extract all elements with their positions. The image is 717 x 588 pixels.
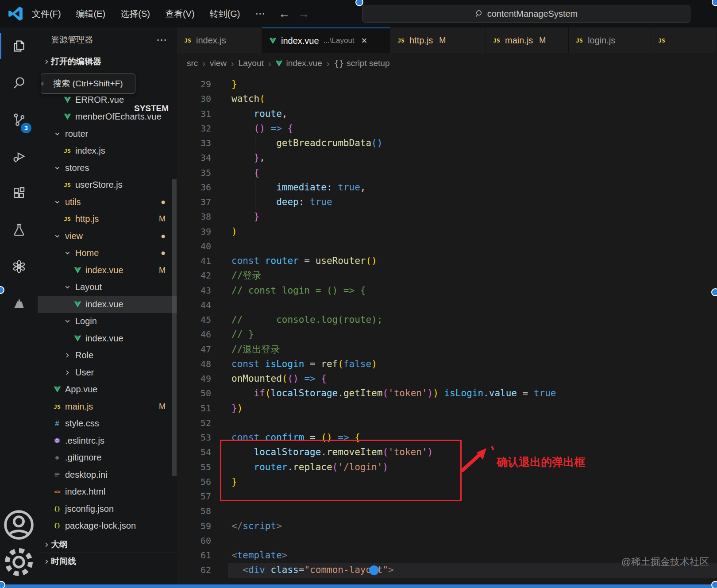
selection-handle[interactable] [711,288,717,296]
pine-extension-icon[interactable] [0,285,38,321]
tree-item-desktop-ini[interactable]: desktop.ini [38,466,177,484]
chevron-down-icon [53,129,62,138]
code-line-34[interactable]: 34 }, [177,151,717,165]
breadcrumb-item-src[interactable]: src [187,58,198,68]
tree-item-menberofecharts-vue[interactable]: menberOfEcharts.vue [38,108,177,126]
code-line-38[interactable]: 38 } [177,209,717,224]
tree-item-http-js[interactable]: JShttp.jsM [38,211,177,228]
tree-item-userstore-js[interactable]: JSuserStore.js [38,177,177,194]
openai-extension-icon[interactable] [0,248,38,285]
tree-item-home[interactable]: Home● [38,245,177,262]
code-line-36[interactable]: 36 immediate: true, [177,180,717,195]
tree-item-package-lock-json[interactable]: {}package-lock.json [38,518,177,535]
tree-item-role[interactable]: Role [38,347,177,364]
tab-index-js[interactable]: JSindex.js [177,27,262,53]
menu-item[interactable]: 编辑(E) [76,9,106,19]
code-line-40[interactable]: 40 [177,239,717,254]
breadcrumb-item-layout[interactable]: Layout [239,58,264,68]
code-line-41[interactable]: 41const router = useRouter() [177,254,717,268]
js-file-icon: JS [657,36,666,45]
tree-item-index-html[interactable]: <>index.html [38,484,177,501]
code-line-35[interactable]: 35 { [177,166,717,180]
command-center-search[interactable]: contentManageSystem [362,5,690,23]
settings-gear-icon[interactable] [0,544,38,580]
explorer-icon[interactable] [0,27,38,64]
annotation-box [220,440,462,501]
code-line-59[interactable]: 59</script> [177,519,717,534]
code-line-37[interactable]: 37 deep: true [177,195,717,209]
code-line-39[interactable]: 39) [177,224,717,239]
code-line-29[interactable]: 29} [177,77,717,92]
breadcrumb-item-index-vue[interactable]: index.vue [275,58,322,68]
tree-item-index-vue[interactable]: index.vueM [38,262,177,279]
outline-section[interactable]: 大纲 [38,536,177,553]
back-arrow-icon[interactable]: ← [274,7,294,21]
close-icon[interactable]: × [362,35,367,46]
tree-item-utils[interactable]: utils● [38,193,177,211]
html-file-icon: <> [53,487,62,496]
tree-item-jsconfig-json[interactable]: {}jsconfig.json [38,500,177,518]
tree-item-layout[interactable]: Layout [38,279,177,296]
testing-icon[interactable] [0,211,38,248]
code-line-44[interactable]: 44 [177,298,717,313]
tab-index-vue[interactable]: index.vue...\Layout× [262,27,390,53]
tree-item-stores[interactable]: stores [38,159,177,177]
tree-item-view[interactable]: view● [38,228,177,245]
tab-main-js[interactable]: JSmain.jsM [486,27,569,53]
account-icon[interactable] [0,507,38,543]
selection-handle[interactable] [711,581,717,588]
menu-item[interactable]: 文件(F) [32,9,61,19]
forward-arrow-icon[interactable]: → [294,7,313,21]
tree-item-main-js[interactable]: JSmain.jsM [38,398,177,415]
code-line-48[interactable]: 48const isLogin = ref(false) [177,357,717,371]
tree-item-index-js[interactable]: JSindex.js [38,143,177,160]
code-line-43[interactable]: 43// const login = () => { [177,283,717,298]
menu-more-icon[interactable]: ⋯ [255,8,266,19]
tree-item-router[interactable]: router [38,125,177,143]
breadcrumb-item-view[interactable]: view [210,58,227,68]
code-line-50[interactable]: 50 if(localStorage.getItem('token')) isL… [177,386,717,401]
code-line-47[interactable]: 47//退出登录 [177,342,717,357]
tab-http-js[interactable]: JShttp.jsM [390,27,486,53]
tree-item-user[interactable]: User [38,364,177,381]
code-line-49[interactable]: 49onMounted(() => { [177,371,717,386]
code-line-32[interactable]: 32 () => { [177,121,717,136]
open-editors-section[interactable]: 打开的编辑器 [38,52,177,71]
code-line-46[interactable]: 46// } [177,327,717,342]
code-line-42[interactable]: 42//登录 [177,268,717,283]
tree-item--eslintrc-js[interactable]: .eslintrc.js [38,432,177,449]
tab-label: main.js [505,35,533,46]
tab-partial[interactable]: JS [651,27,717,53]
code-line-58[interactable]: 58 [177,504,717,518]
tab-login-js[interactable]: JSlogin.js [569,27,651,53]
code-line-60[interactable]: 60 [177,534,717,548]
sidebar-scrollbar[interactable] [172,179,177,476]
search-value: contentManageSystem [487,9,578,19]
extensions-icon[interactable] [0,174,38,211]
tree-item--gitignore[interactable]: .gitignore [38,449,177,467]
code-area[interactable]: 29}30watch(31 route,32 () => {33 getBrea… [177,74,717,588]
code-line-33[interactable]: 33 getBreadcrumbData() [177,136,717,151]
menu-item[interactable]: 选择(S) [120,9,150,19]
tree-item-login[interactable]: Login [38,313,177,330]
code-line-52[interactable]: 52 [177,416,717,430]
code-text [211,239,231,254]
run-debug-icon[interactable] [0,138,38,174]
timeline-section[interactable]: 时间线 [38,553,177,570]
touch-cursor-handle[interactable] [369,565,379,575]
tree-item-app-vue[interactable]: App.vue [38,381,177,398]
code-line-30[interactable]: 30watch( [177,92,717,106]
search-sidebar-icon[interactable] [0,64,38,101]
sidebar-more-icon[interactable]: ⋯ [156,34,167,46]
code-line-45[interactable]: 45// console.log(route); [177,313,717,327]
code-line-51[interactable]: 51}) [177,401,717,416]
code-text: }, [211,151,265,165]
code-line-31[interactable]: 31 route, [177,107,717,121]
tree-item-index-vue[interactable]: index.vue [38,330,177,347]
breadcrumb-item-script-setup[interactable]: {}script setup [334,58,389,68]
tree-item-style-css[interactable]: #style.css [38,415,177,433]
source-control-icon[interactable]: 3 [0,101,38,138]
menu-item[interactable]: 转到(G) [210,9,240,19]
tree-item-index-vue[interactable]: index.vue [38,296,177,313]
menu-item[interactable]: 查看(V) [165,9,195,19]
